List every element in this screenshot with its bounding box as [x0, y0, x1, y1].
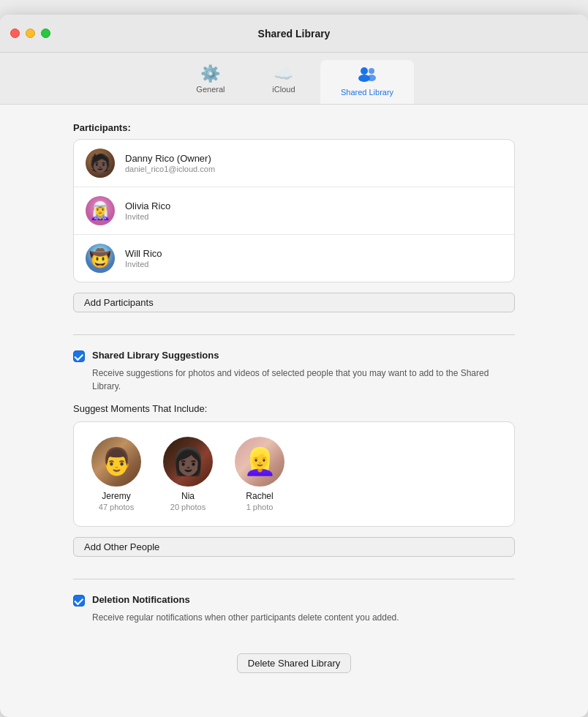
suggestions-checkbox-row: Shared Library Suggestions [73, 350, 515, 362]
svg-point-1 [369, 68, 374, 74]
moment-name-nia: Nia [181, 491, 195, 501]
photo-jeremy [91, 437, 141, 487]
titlebar: Shared Library [0, 15, 588, 53]
close-button[interactable] [10, 29, 20, 38]
suggestions-title: Shared Library Suggestions [92, 350, 219, 361]
participant-info-will: Will Rico Invited [125, 248, 162, 269]
participants-list: 🧑🏿 Danny Rico (Owner) daniel_rico1@iclou… [73, 139, 515, 282]
participant-status-olivia: Invited [125, 212, 170, 221]
svg-point-3 [367, 75, 376, 81]
maximize-button[interactable] [41, 29, 50, 38]
delete-section: Delete Shared Library [73, 642, 515, 673]
participant-row: 🤠 Will Rico Invited [74, 235, 514, 282]
toolbar: ⚙️ General ☁️ iCloud Shared Library [0, 53, 588, 105]
moment-item-rachel[interactable]: Rachel 1 photo [235, 437, 284, 511]
window-title: Shared Library [258, 28, 331, 40]
participants-label: Participants: [73, 122, 515, 133]
suggestions-description: Receive suggestions for photos and video… [92, 367, 515, 393]
deletion-title: Deletion Notifications [92, 594, 190, 605]
participant-info-danny: Danny Rico (Owner) daniel_rico1@icloud.c… [125, 153, 215, 173]
moments-grid: Jeremy 47 photos Nia 20 photos Rachel 1 … [73, 421, 515, 527]
moment-item-nia[interactable]: Nia 20 photos [163, 437, 213, 511]
tab-icloud-label: iCloud [272, 85, 295, 94]
minimize-button[interactable] [26, 29, 35, 38]
suggest-moments-label: Suggest Moments That Include: [73, 403, 515, 414]
delete-shared-library-button[interactable]: Delete Shared Library [237, 653, 351, 673]
main-window: Shared Library ⚙️ General ☁️ iCloud Shar… [0, 15, 588, 717]
deletion-checkbox-row: Deletion Notifications [73, 594, 515, 607]
add-other-people-button[interactable]: Add Other People [73, 537, 515, 557]
cloud-icon: ☁️ [274, 66, 293, 82]
avatar-olivia: 🧝‍♀️ [86, 196, 115, 225]
moment-name-jeremy: Jeremy [102, 491, 130, 501]
photo-rachel [235, 437, 284, 487]
deletion-description: Receive regular notifications when other… [92, 611, 515, 624]
moment-name-rachel: Rachel [246, 491, 273, 501]
participant-row: 🧑🏿 Danny Rico (Owner) daniel_rico1@iclou… [74, 140, 514, 187]
traffic-lights [0, 29, 50, 38]
participant-info-olivia: Olivia Rico Invited [125, 200, 170, 221]
gear-icon: ⚙️ [200, 66, 220, 82]
tab-icloud[interactable]: ☁️ iCloud [247, 60, 320, 104]
photo-nia [163, 437, 213, 487]
tab-shared-library[interactable]: Shared Library [320, 60, 414, 104]
divider-1 [73, 334, 515, 335]
avatar-danny: 🧑🏿 [86, 149, 115, 178]
participant-name-will: Will Rico [125, 248, 162, 259]
people-icon [358, 66, 377, 85]
add-participants-button[interactable]: Add Participants [73, 293, 515, 312]
moment-count-jeremy: 47 photos [99, 503, 134, 511]
moment-item-jeremy[interactable]: Jeremy 47 photos [91, 437, 141, 511]
participant-email-danny: daniel_rico1@icloud.com [125, 165, 215, 173]
participant-status-will: Invited [125, 260, 162, 269]
tab-shared-library-label: Shared Library [341, 88, 393, 97]
moment-count-rachel: 1 photo [246, 503, 274, 511]
participant-name-danny: Danny Rico (Owner) [125, 153, 215, 164]
divider-2 [73, 579, 515, 579]
participant-row: 🧝‍♀️ Olivia Rico Invited [74, 187, 514, 235]
participant-name-olivia: Olivia Rico [125, 200, 170, 211]
moment-count-nia: 20 photos [170, 503, 206, 511]
tab-general[interactable]: ⚙️ General [174, 60, 247, 104]
deletion-checkbox[interactable] [73, 595, 85, 607]
avatar-will: 🤠 [86, 244, 115, 273]
tab-general-label: General [196, 85, 225, 94]
main-content: Participants: 🧑🏿 Danny Rico (Owner) dani… [0, 105, 588, 717]
suggestions-checkbox[interactable] [73, 350, 85, 362]
svg-point-0 [361, 67, 368, 75]
